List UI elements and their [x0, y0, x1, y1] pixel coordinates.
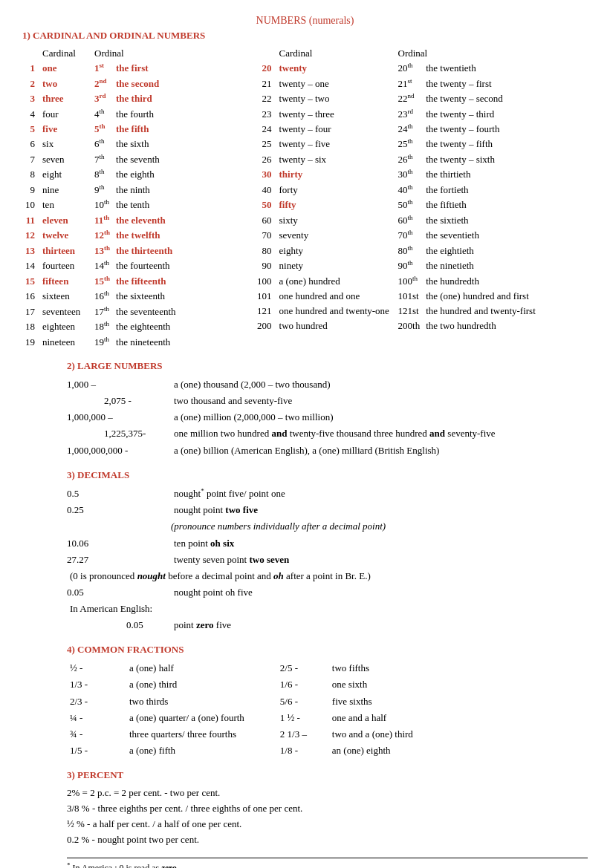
percent-line: 0.2 % - nought point two per cent. [67, 832, 588, 848]
table-row: 121 [254, 304, 276, 319]
col-header-ordinal-right: Ordinal [395, 46, 572, 61]
percent-line: 2% = 2 p.c. = 2 per cent. - two per cent… [67, 786, 588, 801]
table-row: 50 [254, 198, 276, 212]
table-row: 10 [22, 198, 39, 212]
table-row: 100 [254, 274, 276, 289]
table-row: 90 [254, 258, 276, 273]
col-header-cardinal-left: Cardinal [39, 46, 91, 61]
table-row: 19 [22, 335, 39, 350]
table-row: 101 [254, 289, 276, 304]
percent-section: 3) PERCENT 2% = 2 p.c. = 2 per cent. - t… [67, 769, 588, 847]
table-row: 13 [22, 244, 39, 258]
left-numbers-table: Cardinal Ordinal 1one1stthe first2two2nd… [22, 46, 228, 350]
table-row: 20 [254, 61, 276, 76]
table-row: 11 [22, 213, 39, 228]
page-title: NUMBERS (numerals) [22, 15, 588, 27]
fractions-section: 4) COMMON FRACTIONS ½ -a (one) half1/3 -… [67, 644, 588, 759]
table-row: 40 [254, 183, 276, 198]
table-row: 14 [22, 258, 39, 273]
table-row: 17 [22, 304, 39, 319]
col-header-cardinal-right: Cardinal [276, 46, 395, 61]
table-row: 22 [254, 91, 276, 106]
table-row: 18 [22, 319, 39, 334]
footnote-text: * In America : 0 is read as zero [67, 863, 177, 868]
table-row: 70 [254, 228, 276, 243]
table-row: 9 [22, 183, 39, 198]
fractions-columns: ½ -a (one) half1/3 -a (one) third2/3 -tw… [67, 660, 588, 759]
col-header-ordinal-left: Ordinal [91, 46, 228, 61]
right-numbers-table: Cardinal Ordinal 20twenty20ththe twentie… [254, 46, 571, 350]
table-row: 15 [22, 274, 39, 289]
section5-header: 3) PERCENT [67, 769, 588, 781]
section1-header: 1) CARDINAL AND ORDINAL NUMBERS [22, 30, 588, 42]
large-numbers-section: 2) LARGE NUMBERS 1,000 –a (one) thousand… [67, 360, 588, 459]
table-row: 200 [254, 319, 276, 333]
table-row: 60 [254, 213, 276, 228]
numbers-table-section: Cardinal Ordinal 1one1stthe first2two2nd… [22, 46, 588, 350]
table-row: 30 [254, 167, 276, 182]
table-row: 21 [254, 76, 276, 91]
table-row: 6 [22, 137, 39, 151]
table-row: 26 [254, 152, 276, 167]
table-row: 4 [22, 107, 39, 122]
table-row: 25 [254, 137, 276, 151]
table-row: 7 [22, 152, 39, 167]
table-row: 80 [254, 244, 276, 258]
table-row: 12 [22, 228, 39, 243]
table-row: 24 [254, 122, 276, 137]
table-row: 1 [22, 61, 39, 76]
percent-line: ½ % - a half per cent. / a half of one p… [67, 817, 588, 832]
percent-line: 3/8 % - three eighths per cent. / three … [67, 801, 588, 817]
table-row: 16 [22, 289, 39, 304]
decimals-section: 3) DECIMALS 0.5nought* point five/ point… [67, 469, 588, 634]
table-row: 2 [22, 76, 39, 91]
table-row: 8 [22, 167, 39, 182]
footnote-divider: * In America : 0 is read as zero [67, 858, 588, 868]
section4-header: 4) COMMON FRACTIONS [67, 644, 588, 656]
section2-header: 2) LARGE NUMBERS [67, 360, 588, 372]
section3-header: 3) DECIMALS [67, 469, 588, 481]
table-row: 23 [254, 107, 276, 122]
table-row: 5 [22, 122, 39, 137]
table-row: 3 [22, 91, 39, 106]
